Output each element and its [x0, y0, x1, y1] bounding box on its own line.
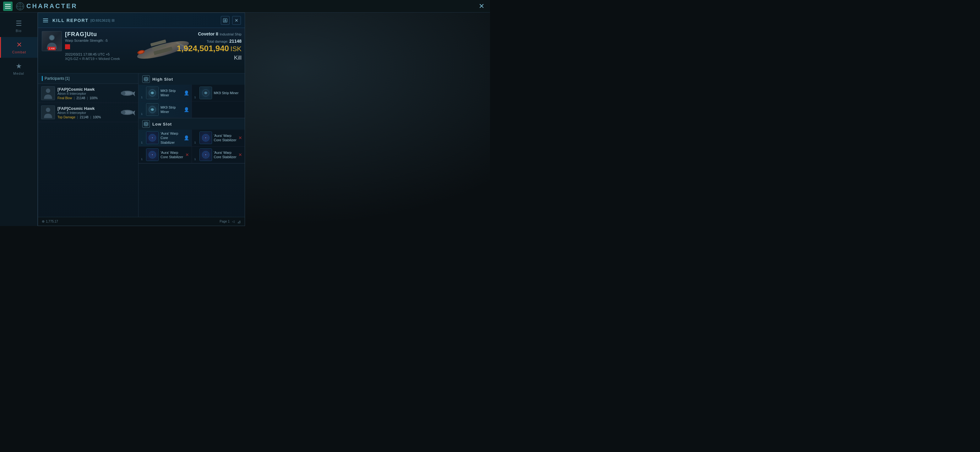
item-icon-strip-miner-2: [146, 103, 159, 116]
participant-ship-2: Atron II Interceptor: [57, 111, 117, 114]
person-icon-1: 👤: [184, 90, 189, 95]
low-item-row-1: 1 'Aura' Warp Core Stabilizer 👤: [138, 130, 245, 147]
ship-info-right: Covetor II Industrial Ship Total damage:…: [177, 31, 242, 61]
participants-header: Participants [1]: [38, 73, 138, 84]
item-icon-warp-cargo-1: [199, 132, 212, 144]
main-content: Participants [1] [FAP]Cosmic Hawk Atron …: [38, 73, 245, 217]
app-title: CHARACTER: [26, 3, 78, 10]
high-slot-header: High Slot: [138, 73, 245, 85]
participants-title: Participants [1]: [45, 76, 69, 81]
kill-report-actions: ✕: [221, 16, 241, 25]
stat-divider-1: |: [74, 96, 75, 100]
stat-damage-2: 21148: [80, 116, 89, 119]
low-item-qty-3: 1: [194, 157, 197, 161]
stat-percent-2: 100%: [93, 116, 101, 119]
item-name-cargo-1: MK9 Strip Miner: [214, 91, 242, 95]
item-row: 1 MK9 Strip Miner 👤: [138, 85, 245, 102]
low-item-row-2: 1 'Aura' Warp Core Stabilizer ✕: [138, 147, 245, 163]
menu-button[interactable]: [3, 2, 13, 11]
participant-ship-icon-2: [119, 107, 135, 118]
top-bar: CHARACTER ✕: [0, 0, 490, 13]
low-item-cell-cargo-2: 1 'Aura' Warp Core Stabilizer ✕: [138, 147, 192, 163]
sidebar-item-bio-label: Bio: [16, 29, 22, 33]
participants-list: [FAP]Cosmic Hawk Atron II Interceptor Fi…: [38, 84, 138, 217]
svg-point-6: [49, 35, 54, 40]
low-slot-label: Low Slot: [152, 122, 172, 127]
participant-avatar-2: [41, 105, 55, 119]
svg-point-22: [151, 92, 154, 94]
svg-point-13: [46, 89, 50, 93]
stat-divider-2: |: [77, 116, 78, 119]
person-icon-low-1: 👤: [184, 135, 189, 140]
isk-value: 1,924,501,940: [177, 44, 229, 53]
item-cell-cargo-1: 1 MK9 Strip Miner: [192, 85, 245, 101]
kill-type: Kill: [177, 55, 242, 61]
high-slot-section: High Slot 1: [138, 73, 245, 118]
item-cell-empty: [192, 102, 245, 118]
x-icon-2: ✕: [185, 152, 189, 157]
sidebar-item-bio[interactable]: ☰ Bio: [0, 16, 37, 36]
participant-info-2: [FAP]Cosmic Hawk Atron II Interceptor To…: [57, 106, 117, 119]
stat-percent-1: 100%: [89, 96, 98, 100]
participant-stats-1: Final Blow | 21148 | 100%: [57, 96, 117, 100]
kill-report-id: [ID:6913615]: [91, 19, 110, 22]
filter-icon[interactable]: ⊿: [237, 219, 241, 224]
sidebar-item-medal[interactable]: ★ Medal: [0, 59, 37, 79]
victim-kill-badge: 1 Kill: [48, 47, 56, 50]
low-item-qty-2: 1: [141, 157, 144, 161]
prev-page-button[interactable]: ◁: [232, 220, 235, 223]
victim-section: 1 Kill [FRAG]Utu Warp Scramble Strength:…: [38, 28, 245, 73]
item-cell-fitted-2: 1 MK9 Strip Miner 👤: [138, 102, 192, 118]
participant-ship-icon-1: [119, 87, 135, 99]
stat-type-1: Final Blow: [57, 96, 72, 100]
low-slot-header: Low Slot: [138, 118, 245, 130]
x-icon-3: ✕: [239, 152, 242, 157]
low-item-cell-fitted-1: 1 'Aura' Warp Core Stabilizer 👤: [138, 130, 192, 146]
copy-icon[interactable]: ⊞: [111, 18, 115, 22]
svg-point-32: [152, 137, 153, 138]
stat-divider-1b: |: [87, 96, 88, 100]
svg-point-28: [145, 123, 147, 125]
low-item-name-1: 'Aura' Warp Core Stabilizer: [161, 131, 182, 145]
item-cell-fitted: 1 MK9 Strip Miner 👤: [138, 85, 192, 101]
participant-stats-2: Top Damage | 21148 | 100%: [57, 116, 117, 119]
export-button[interactable]: [221, 16, 230, 25]
svg-point-36: [205, 137, 206, 138]
item-name-1: MK9 Strip Miner: [161, 89, 182, 98]
bottom-bar-right: Page 1 ◁ ⊿: [220, 219, 241, 224]
high-slot-items: 1 MK9 Strip Miner 👤: [138, 85, 245, 118]
participant-avatar-1: [41, 86, 55, 100]
app-close-button[interactable]: ✕: [476, 2, 487, 10]
stat-divider-2b: |: [90, 116, 91, 119]
low-item-qty-1: 1: [141, 141, 144, 145]
close-kill-report-button[interactable]: ✕: [232, 16, 241, 25]
item-icon-warp-3: [199, 149, 212, 161]
coords-icon: ⊕: [42, 219, 45, 224]
sidebar-item-medal-label: Medal: [13, 71, 24, 75]
item-qty: 1: [141, 96, 144, 100]
app-logo: [16, 2, 24, 11]
sidebar-item-combat[interactable]: ✕ Combat: [0, 37, 37, 58]
item-icon-warp-1: [146, 132, 159, 144]
svg-point-16: [46, 108, 50, 112]
low-item-cell-cargo-3: 1 'Aura' Warp Core Stabilizer ✕: [192, 147, 245, 163]
kill-report-header: KILL REPORT [ID:6913615] ⊞ ✕: [38, 13, 245, 28]
participant-item-2[interactable]: [FAP]Cosmic Hawk Atron II Interceptor To…: [38, 103, 138, 122]
item-icon-strip-miner-cargo-1: [199, 87, 212, 99]
kill-report-menu-button[interactable]: [42, 17, 49, 24]
item-qty-2: 1: [141, 113, 144, 116]
participant-item[interactable]: [FAP]Cosmic Hawk Atron II Interceptor Fi…: [38, 84, 138, 103]
x-icon-1: ✕: [239, 135, 242, 140]
total-damage-label: Total damage: 21148: [177, 39, 242, 44]
combat-icon: ✕: [16, 41, 22, 49]
isk-display: 1,924,501,940 ISK: [177, 44, 242, 53]
sidebar: ☰ Bio ✕ Combat ★ Medal: [0, 13, 38, 226]
svg-point-44: [205, 154, 206, 155]
participants-section: Participants [1] [FAP]Cosmic Hawk Atron …: [38, 73, 138, 217]
participant-name-2: [FAP]Cosmic Hawk: [57, 106, 117, 111]
item-icon-warp-2: [146, 149, 159, 161]
high-slot-icon: [142, 75, 150, 83]
section-header-bar: [42, 76, 43, 81]
low-item-name-cargo-1: 'Aura' Warp Core Stabilizer: [214, 133, 237, 143]
low-slot-icon: [142, 120, 150, 128]
